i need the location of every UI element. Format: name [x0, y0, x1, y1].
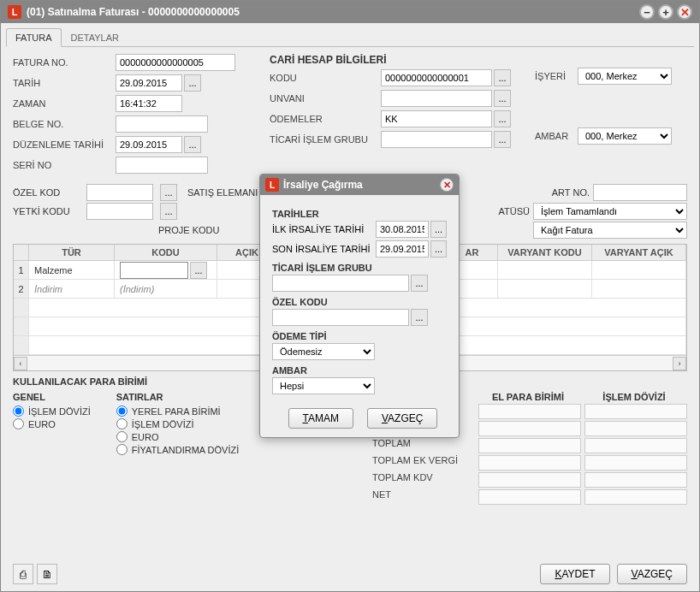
document-icon[interactable]: 🗎: [37, 564, 57, 584]
modal-tig-lookup-button[interactable]: ...: [411, 275, 428, 292]
satis-elemani-label: SATIŞ ELEMANI: [187, 187, 258, 198]
modal-ozel-lookup-button[interactable]: ...: [411, 309, 428, 326]
modal-tig-label: TİCARİ İŞLEM GRUBU: [272, 263, 447, 273]
tab-detaylar[interactable]: DETAYLAR: [62, 28, 128, 46]
minimize-button[interactable]: −: [639, 4, 655, 20]
modal-tig-input[interactable]: [272, 275, 409, 292]
total-indirim-2: [584, 421, 687, 436]
ilk-irsaliye-label: İLK İRSALİYE TARİHİ: [272, 224, 376, 234]
odemeler-lookup-button[interactable]: ...: [494, 110, 511, 127]
kaydet-button[interactable]: KAYDET: [540, 564, 609, 584]
isyeri-select[interactable]: 000, Merkez: [578, 68, 672, 85]
total-ekvergi-1: [478, 455, 581, 471]
yetki-kodu-lookup-button[interactable]: ...: [160, 203, 177, 220]
yetki-kodu-input[interactable]: [86, 203, 153, 220]
modal-ozel-label: ÖZEL KODU: [272, 297, 447, 307]
ozel-kod-label: ÖZEL KOD: [13, 187, 81, 198]
total-masraf-1: [478, 404, 581, 419]
total-ekvergi-2: [584, 455, 687, 471]
genel-radio-islem-dovizi[interactable]: İŞLEM DÖVİZİ: [13, 406, 91, 417]
statusu-select[interactable]: İşlem Tamamlandı: [533, 203, 687, 220]
ambar-label: AMBAR: [535, 131, 578, 141]
totals-head2: İŞLEM DÖVİZİ: [581, 392, 687, 402]
unvani-label: UNVANI: [270, 93, 381, 104]
satirlar-radio-fiyat[interactable]: FİYATLANDIRMA DÖVİZİ: [116, 444, 240, 455]
tig-label: TİCARİ İŞLEM GRUBU: [270, 134, 381, 145]
unvani-lookup-button[interactable]: ...: [494, 90, 511, 107]
ambar-select[interactable]: 000, Merkez: [578, 127, 672, 145]
genel-radio-euro[interactable]: EURO: [13, 418, 91, 429]
proje-kodu-label: PROJE KODU: [158, 225, 220, 235]
kodu-input[interactable]: [381, 69, 492, 86]
son-irsaliye-picker-button[interactable]: ...: [430, 240, 447, 258]
zaman-input[interactable]: [116, 95, 182, 112]
tig-lookup-button[interactable]: ...: [494, 131, 511, 148]
odemeler-input[interactable]: [381, 110, 492, 127]
col-varyant-kodu[interactable]: VARYANT KODU: [498, 245, 592, 260]
tarihler-label: TARİHLER: [272, 209, 447, 219]
tarih-label: TARİH: [13, 78, 116, 88]
satirlar-radio-islem[interactable]: İŞLEM DÖVİZİ: [116, 418, 240, 429]
total-2: [584, 438, 687, 453]
modal-vazgec-button[interactable]: VAZGEÇ: [367, 408, 437, 429]
ozel-kod-lookup-button[interactable]: ...: [160, 184, 177, 201]
print-icon[interactable]: ⎙: [13, 564, 33, 584]
son-irsaliye-input[interactable]: [376, 240, 429, 258]
seri-no-label: SERİ NO: [13, 160, 116, 170]
tarih-input[interactable]: [116, 74, 182, 92]
titlebar: L (01) Satınalma Faturası - 000000000000…: [1, 1, 699, 23]
modal-ambar-label: AMBAR: [272, 365, 447, 376]
row1-kodu-lookup-button[interactable]: ...: [190, 262, 207, 279]
scroll-right-icon[interactable]: ›: [673, 357, 686, 370]
ilk-irsaliye-input[interactable]: [376, 221, 429, 238]
total-indirim-1: [478, 421, 581, 436]
artno-label: ART NO.: [552, 187, 590, 198]
belge-no-input[interactable]: [116, 115, 208, 133]
total-net-2: [584, 489, 687, 505]
tarih-picker-button[interactable]: ...: [184, 74, 201, 92]
row1-kodu-input[interactable]: [120, 262, 188, 279]
fatura-tipi-select[interactable]: Kağıt Fatura: [533, 222, 687, 239]
satirlar-radio-euro[interactable]: EURO: [116, 431, 240, 442]
modal-ambar-select[interactable]: Hepsi: [272, 377, 375, 394]
tig-input[interactable]: [381, 131, 492, 148]
main-window: L (01) Satınalma Faturası - 000000000000…: [0, 0, 700, 592]
satirlar-radio-yerel[interactable]: YEREL PARA BİRİMİ: [116, 406, 240, 417]
modal-odeme-tipi-label: ÖDEME TİPİ: [272, 331, 447, 341]
tabs: FATURA DETAYLAR: [6, 28, 694, 47]
total-1: [478, 438, 581, 453]
fatura-no-input[interactable]: [116, 54, 235, 71]
isyeri-label: İŞYERİ: [535, 71, 578, 81]
ozel-kod-input[interactable]: [86, 184, 153, 201]
duz-tarih-picker-button[interactable]: ...: [184, 136, 201, 153]
col-kodu[interactable]: KODU: [115, 245, 217, 260]
total-net-1: [478, 489, 581, 505]
fatura-no-label: FATURA NO.: [13, 57, 116, 68]
close-button[interactable]: ✕: [677, 4, 692, 20]
modal-odeme-tipi-select[interactable]: Ödemesiz: [272, 343, 375, 360]
artno-input[interactable]: [593, 184, 687, 201]
modal-close-button[interactable]: ✕: [440, 178, 454, 192]
total-masraf-2: [584, 404, 687, 419]
window-title: (01) Satınalma Faturası - 00000000000000…: [27, 6, 240, 18]
modal-ozel-input[interactable]: [272, 309, 409, 326]
seri-no-input[interactable]: [116, 157, 208, 174]
modal-app-icon: L: [265, 178, 279, 192]
modal-tamam-button[interactable]: TAMAM: [288, 408, 353, 429]
vazgec-button[interactable]: VAZGEÇ: [617, 564, 687, 584]
satirlar-label: SATIRLAR: [116, 392, 240, 402]
cari-hesap-title: CARİ HESAP BİLGİLERİ: [270, 54, 518, 66]
scroll-left-icon[interactable]: ‹: [14, 357, 27, 370]
maximize-button[interactable]: +: [658, 4, 673, 20]
col-tur[interactable]: TÜR: [29, 245, 115, 260]
ilk-irsaliye-picker-button[interactable]: ...: [430, 221, 447, 238]
modal-title: İrsaliye Çağırma: [283, 179, 363, 191]
kodu-label: KODU: [270, 73, 381, 83]
total-kdv-1: [478, 472, 581, 488]
odemeler-label: ÖDEMELER: [270, 114, 381, 124]
unvani-input[interactable]: [381, 90, 492, 107]
duz-tarih-input[interactable]: [116, 136, 182, 153]
col-varyant-acik[interactable]: VARYANT AÇIK: [592, 245, 686, 260]
kodu-lookup-button[interactable]: ...: [494, 69, 511, 86]
tab-fatura[interactable]: FATURA: [6, 28, 62, 47]
